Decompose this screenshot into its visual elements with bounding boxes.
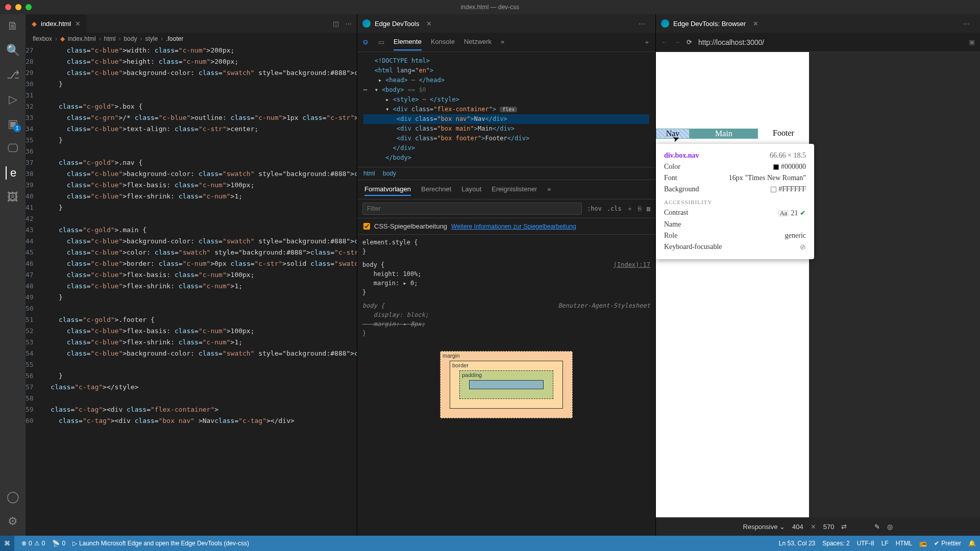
browser-viewport: Nav Main Footer ➤ div.box.nav66.66 × 18.… [656,52,980,517]
mirror-info-link[interactable]: Weitere Informationen zur Spiegelbearbei… [451,223,576,230]
css-rules[interactable]: element.style { } (Index):17body { heigh… [357,235,655,341]
notifications-icon[interactable]: 🔔 [968,540,976,547]
ports-count[interactable]: 📡 0 [52,540,65,547]
devtools-tab-title: Edge DevTools [375,20,419,28]
code-content[interactable]: class="c-blue">width: class="c-num">200p… [43,45,357,536]
css-mirror-row: CSS-Spiegelbearbeitung Weitere Informati… [357,218,655,235]
url-input[interactable] [698,38,963,46]
dom-breadcrumb[interactable]: html body [357,167,655,180]
tab-styles[interactable]: Formatvorlagen [364,183,411,196]
more-icon[interactable]: ⋯ [963,20,970,28]
image-icon[interactable]: 🖼 [6,191,19,204]
styles-toolbar: :hov .cls ＋ ⎘ ▥ [357,199,655,218]
html-file-icon: ◆ [32,20,37,28]
close-devtools-tab[interactable]: ✕ [426,20,432,28]
edge-tools-icon[interactable]: e [6,166,19,180]
devtools-tabbar: Edge DevTools ✕ ⋯ [357,14,655,33]
mirror-label: CSS-Spiegelbearbeitung [374,222,447,230]
tab-network[interactable]: Netzwerk [464,34,492,51]
editor-tabbar: ◆ index.html ✕ ◫ ⋯ [26,14,357,33]
back-icon[interactable]: ← [661,38,668,46]
titlebar: index.html — dev-css [0,0,980,14]
tab-filename: index.html [41,20,71,28]
viewport-width[interactable]: 404 [792,523,803,531]
tab-layout[interactable]: Layout [461,183,481,196]
device-emulation-icon[interactable]: ▭ [378,38,384,46]
split-editor-icon[interactable]: ◫ [333,20,339,28]
close-browser-tab[interactable]: ✕ [753,20,758,28]
account-icon[interactable]: ◯ [6,490,19,504]
minimize-window[interactable] [15,4,21,10]
editor-tab-index[interactable]: ◆ index.html ✕ [26,14,87,33]
more-actions-icon[interactable]: ⋯ [345,20,352,28]
settings-gear-icon[interactable]: ⚙ [6,515,19,528]
remote-indicator[interactable]: ⌘ [0,536,14,551]
devtools-pane: Edge DevTools ✕ ⋯ ⯐ ▭ Elemente Konsole N… [357,14,656,536]
breadcrumb[interactable]: flexbox› ◆index.html› html› body› style›… [26,33,357,45]
cursor-position[interactable]: Ln 53, Col 23 [779,540,815,547]
search-icon[interactable]: 🔍 [6,44,19,57]
statusbar: ⌘ ⊗ 0 ⚠ 0 📡 0 ▷ Launch Microsoft Edge an… [0,536,980,551]
language-mode[interactable]: HTML [896,540,913,547]
indent-setting[interactable]: Spaces: 2 [822,540,849,547]
inspect-element-icon[interactable]: ⯐ [362,38,369,46]
window-controls [5,4,32,10]
device-mode[interactable]: Responsive ⌄ [743,523,786,531]
eol[interactable]: LF [881,540,889,547]
more-icon[interactable]: ⋯ [639,20,645,28]
device-toolbar: Responsive ⌄ 404 ✕ 570 ⇄ ✎ ◎ [656,517,980,536]
rendered-page[interactable]: Nav Main Footer ➤ div.box.nav66.66 × 18.… [656,52,809,517]
styles-tabbar: Formatvorlagen Berechnet Layout Ereignis… [357,180,655,199]
devtools-toolbar: ⯐ ▭ Elemente Konsole Netzwerk » ＋ [357,33,655,52]
prettier-status[interactable]: ✔ Prettier [934,540,961,547]
target-icon[interactable]: ◎ [887,523,893,531]
page-main-box[interactable]: Main [690,129,758,139]
code-editor[interactable]: 2728293031323334353637383940414243444546… [26,45,357,536]
hov-toggle[interactable]: :hov [587,205,602,212]
extensions-icon[interactable]: ▣1 [6,117,19,131]
zoom-window[interactable] [26,4,32,10]
editor-pane: ◆ index.html ✕ ◫ ⋯ flexbox› ◆index.html›… [26,14,357,536]
mirror-checkbox[interactable] [363,223,370,230]
launch-hint[interactable]: ▷ Launch Microsoft Edge and open the Edg… [72,540,249,547]
tab-console[interactable]: Konsole [431,34,455,51]
dom-tree[interactable]: <!DOCTYPE html> <html lang="en"> ▸ <head… [357,52,655,167]
screenshot-icon[interactable]: ▣ [969,38,975,46]
edge-logo-icon [661,19,669,28]
browser-urlbar: ← → ⟳ ▣ [656,33,980,52]
remote-icon[interactable]: 🖵 [6,142,19,155]
source-control-icon[interactable]: ⎇ [6,68,19,82]
copy-icon[interactable]: ⎘ [638,205,642,212]
tab-more-styles[interactable]: » [547,183,551,196]
eyedropper-icon[interactable]: ✎ [874,523,880,531]
broadcast-icon[interactable]: 📻 [919,540,927,547]
window-title: index.html — dev-css [461,4,520,11]
browser-tabbar: Edge DevTools: Browser ✕ ⋯ [656,14,980,33]
close-window[interactable] [5,4,11,10]
viewport-height[interactable]: 570 [823,523,835,531]
forward-icon[interactable]: → [674,38,680,46]
encoding[interactable]: UTF-8 [857,540,874,547]
rotate-icon[interactable]: ⇄ [841,523,847,531]
add-panel-icon[interactable]: ＋ [644,38,650,47]
run-debug-icon[interactable]: ▷ [6,93,19,106]
reload-icon[interactable]: ⟳ [687,38,692,46]
activity-bar: 🗎 🔍 ⎇ ▷ ▣1 🖵 e 🖼 ◯ ⚙ [0,14,26,536]
explorer-icon[interactable]: 🗎 [6,19,19,33]
tab-computed[interactable]: Berechnet [421,183,451,196]
page-footer-box[interactable]: Footer [758,129,809,139]
errors-count[interactable]: ⊗ 0 ⚠ 0 [21,540,45,547]
new-rule-icon[interactable]: ＋ [627,205,633,213]
tab-listeners[interactable]: Ereignislistener [492,183,537,196]
edge-logo-icon [362,19,371,28]
cls-toggle[interactable]: .cls [607,205,622,212]
browser-pane: Edge DevTools: Browser ✕ ⋯ ← → ⟳ ▣ Nav M… [656,14,980,536]
layout-icon[interactable]: ▥ [647,205,650,212]
box-model-diagram: margin border padding [440,351,573,418]
styles-filter-input[interactable] [362,203,582,215]
extensions-badge: 1 [13,124,21,132]
tab-more[interactable]: » [501,34,504,51]
close-tab-icon[interactable]: ✕ [75,20,81,28]
inspect-tooltip: div.box.nav66.66 × 18.5 Color#000000 Fon… [656,144,814,259]
tab-elements[interactable]: Elemente [394,34,422,51]
